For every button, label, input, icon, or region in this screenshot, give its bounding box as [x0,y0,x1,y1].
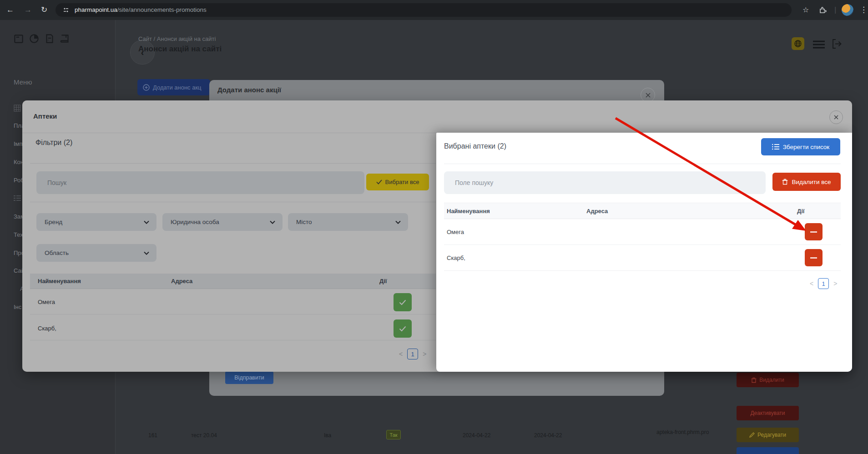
globe-icon [794,40,802,48]
submit-button-label: Відправити [234,374,264,381]
minus-icon [810,231,817,233]
archive-icon[interactable] [13,33,25,45]
browser-back-icon[interactable]: ← [6,0,14,20]
extensions-puzzle-icon[interactable] [819,6,827,14]
url-text: pharmapoint.ua/site/announcements-promot… [75,3,207,17]
bg-row-id: 161 [148,432,157,439]
status-badge: Так [386,430,401,439]
page-prev-icon[interactable]: < [810,280,813,287]
col-address: Адреса [586,208,797,215]
bg-row-date-end: 2024-04-22 [534,432,562,439]
add-announcement-label: Додати анонс акц [153,84,202,91]
logout-icon[interactable] [832,39,842,49]
bg-row-date-start: 2024-04-22 [463,432,490,439]
site-info-icon[interactable] [62,6,70,14]
add-modal-title: Додати анонс акції [217,86,281,94]
toolbar-separator: | [834,0,836,20]
save-list-button[interactable]: Зберегти список [761,138,840,155]
selected-row-name: Омега [447,229,464,235]
delete-all-button[interactable]: Видалити все [772,173,841,191]
delete-button-label: Видалити [759,377,784,383]
list-section-icon [14,195,21,201]
language-globe-button[interactable] [792,37,804,50]
profile-avatar[interactable] [842,4,853,16]
url-path: /site/announcements-promotions [117,6,207,13]
bg-row-site: apteka-front.phrm.pro [656,429,709,435]
grid-icon [14,105,21,112]
browser-forward-icon[interactable]: → [24,0,32,20]
send-button-partial[interactable] [737,447,799,454]
trash-icon [751,377,757,383]
selected-row-name: Скарб, [447,254,465,261]
selected-search-input[interactable] [444,171,766,194]
page-title: Анонси акцій на сайті [138,45,222,54]
deactivate-button[interactable]: Деактивувати [737,406,799,420]
plus-circle-icon [143,84,150,91]
hamburger-menu-icon[interactable] [813,40,825,49]
list-icon [772,144,779,150]
browser-menu-kebab-icon[interactable]: ⋮ [860,0,868,20]
pie-chart-icon[interactable] [28,33,40,45]
breadcrumb[interactable]: Сайт / Анонси акцій на сайті [138,35,216,42]
add-announcement-button[interactable]: Додати анонс акц [137,79,210,95]
delete-button[interactable]: Видалити [737,373,799,387]
browser-reload-icon[interactable]: ↻ [41,0,47,20]
browser-toolbar: ← → ↻ pharmapoint.ua/site/announcements-… [0,0,868,20]
bookmark-star-icon[interactable]: ☆ [802,0,809,20]
book-icon[interactable] [59,33,71,45]
col-actions: Дії [797,208,805,215]
close-icon [646,93,651,98]
bg-row-author: Іва [324,432,331,439]
sidebar-item-1[interactable]: Імп [14,140,23,147]
app-window: ← → ↻ pharmapoint.ua/site/announcements-… [0,0,868,454]
delete-all-label: Видалити все [792,179,831,185]
selected-pharmacies-panel: Вибрані аптеки (2) Зберегти список Видал… [436,133,852,372]
remove-pharmacy-button[interactable] [805,249,823,266]
edit-button[interactable]: Редагувати [737,428,799,442]
sidebar-menu-heading: Меню [14,78,32,86]
trash-icon [782,179,788,185]
address-bar[interactable]: pharmapoint.ua/site/announcements-promot… [56,3,792,17]
save-list-label: Зберегти список [783,144,830,150]
selected-table-header: Найменування Адреса Дії [444,203,841,219]
deactivate-button-label: Деактивувати [750,410,785,416]
sidebar-item-5[interactable]: Тех [14,231,23,238]
edit-button-label: Редагувати [757,432,786,438]
remove-pharmacy-button[interactable] [805,223,823,240]
selected-panel-title: Вибрані аптеки (2) [444,142,506,150]
selected-pagination: < 1 > [810,278,837,289]
sidebar-item-9[interactable]: Інс [14,304,21,310]
submit-button[interactable]: Відправити [225,371,273,384]
bg-row-name: тест 20.04 [191,432,217,439]
document-icon[interactable] [44,33,56,45]
pencil-icon [749,432,755,438]
url-host: pharmapoint.ua [75,6,117,13]
page-number[interactable]: 1 [818,278,829,289]
col-name: Найменування [447,208,586,215]
minus-icon [810,257,817,259]
page-next-icon[interactable]: > [833,280,837,287]
